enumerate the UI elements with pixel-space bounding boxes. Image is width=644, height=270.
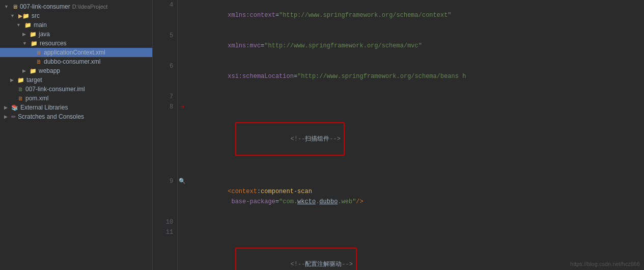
sidebar-item-pom[interactable]: 🗎 pom.xml xyxy=(0,94,152,103)
xml-icon: 🗎 xyxy=(36,59,42,65)
expand-icon xyxy=(10,77,15,83)
folder-icon: 📁 xyxy=(17,77,24,84)
code-content: <context:component-scan base-package="co… xyxy=(187,176,643,217)
code-content xyxy=(187,92,643,102)
sidebar-item-src[interactable]: ▶📁 src xyxy=(0,11,152,20)
target-label: target xyxy=(26,76,42,84)
iml-label: 007-link-consumer.iml xyxy=(25,86,85,93)
sidebar-item-dubbo-consumer[interactable]: 🗎 dubbo-consumer.xml xyxy=(0,57,152,66)
sidebar-item-external-libraries[interactable]: 📚 External Libraries xyxy=(0,103,152,112)
line-number: 10 xyxy=(153,217,178,227)
search-gutter-icon: 🔍 xyxy=(179,178,186,184)
sidebar-item-resources[interactable]: 📁 resources xyxy=(0,39,152,48)
main-label: main xyxy=(34,21,47,29)
gutter-search: 🔍 xyxy=(178,176,187,217)
folder-icon: 📁 xyxy=(24,22,32,29)
pom-label: pom.xml xyxy=(25,95,48,102)
sidebar-item-webapp[interactable]: 📁 webapp xyxy=(0,66,152,75)
table-row: 9 🔍 <context:component-scan base-package… xyxy=(153,176,644,217)
expand-icon xyxy=(10,13,16,18)
sidebar-item-target[interactable]: 📁 target xyxy=(0,75,152,85)
code-editor[interactable]: 4 xmlns:context="http://www.springframew… xyxy=(153,0,644,270)
line-number: 4 xyxy=(153,0,178,31)
file-tree[interactable]: 🖥 007-link-consumer D:\IdeaProject ▶📁 sr… xyxy=(0,0,153,270)
expand-icon xyxy=(4,4,10,9)
resources-label: resources xyxy=(40,40,67,47)
folder-icon: 🖥 xyxy=(12,4,18,10)
gutter xyxy=(178,92,187,102)
project-root-label: 007-link-consumer xyxy=(20,3,70,10)
sidebar-item-main[interactable]: 📁 main xyxy=(0,20,152,30)
line-number: 7 xyxy=(153,92,178,102)
comment-highlight-annotation: <!--配置注解驱动--> xyxy=(235,248,357,270)
arrow-icon: ➜ xyxy=(180,103,184,111)
watermark: https://blog.csdn.net/hcz666 xyxy=(570,261,640,267)
gutter xyxy=(178,31,187,61)
expand-icon xyxy=(22,41,29,46)
libraries-icon: 📚 xyxy=(11,104,18,111)
sidebar-item-java[interactable]: 📁 java xyxy=(0,30,152,39)
java-label: java xyxy=(39,31,50,38)
line-number: 6 xyxy=(153,61,178,92)
code-content xyxy=(187,217,643,227)
folder-icon: ▶📁 xyxy=(18,13,30,19)
sidebar-item-project-root[interactable]: 🖥 007-link-consumer D:\IdeaProject xyxy=(0,2,152,11)
expand-icon xyxy=(22,32,27,37)
expand-icon xyxy=(16,22,22,28)
code-content: xsi:schemaLocation="http://www.springfra… xyxy=(187,61,643,92)
applicationContext-label: applicationContext.xml xyxy=(44,49,105,56)
dubbo-consumer-label: dubbo-consumer.xml xyxy=(44,58,100,65)
folder-icon: 📁 xyxy=(31,40,38,47)
xml-icon: 🗎 xyxy=(36,49,42,56)
code-content: xmlns:mvc="http://www.springframework.or… xyxy=(187,31,643,61)
line-number: 5 xyxy=(153,31,178,61)
gutter-arrow: ➜ xyxy=(178,102,187,176)
iml-icon: 🗎 xyxy=(18,86,23,92)
table-row: 10 xyxy=(153,217,644,227)
gutter xyxy=(178,61,187,92)
expand-icon xyxy=(4,114,9,119)
folder-icon: 📁 xyxy=(30,68,37,74)
code-table: 4 xmlns:context="http://www.springframew… xyxy=(153,0,644,270)
pom-icon: 🗎 xyxy=(18,95,23,101)
table-row: 5 xmlns:mvc="http://www.springframework.… xyxy=(153,31,644,61)
gutter xyxy=(178,227,187,270)
table-row: 8 ➜ <!--扫描组件--> xyxy=(153,102,644,176)
folder-icon: 📁 xyxy=(30,31,37,38)
gutter xyxy=(178,217,187,227)
line-number: 8 xyxy=(153,102,178,176)
sidebar-item-applicationContext[interactable]: 🗎 applicationContext.xml xyxy=(0,48,152,57)
expand-icon xyxy=(4,105,9,110)
gutter xyxy=(178,0,187,31)
webapp-label: webapp xyxy=(39,67,60,74)
table-row: 6 xsi:schemaLocation="http://www.springf… xyxy=(153,61,644,92)
sidebar-item-iml[interactable]: 🗎 007-link-consumer.iml xyxy=(0,85,152,94)
line-number: 11 xyxy=(153,227,178,270)
src-label: src xyxy=(32,12,40,19)
scratches-icon: ✏ xyxy=(11,114,16,120)
table-row: 4 xmlns:context="http://www.springframew… xyxy=(153,0,644,31)
comment-highlight-scan: <!--扫描组件--> xyxy=(235,122,345,156)
expand-icon xyxy=(22,68,27,73)
table-row: 7 xyxy=(153,92,644,102)
libraries-label: External Libraries xyxy=(20,104,68,111)
line-number: 9 xyxy=(153,176,178,217)
sidebar-item-scratches[interactable]: ✏ Scratches and Consoles xyxy=(0,112,152,121)
scratches-label: Scratches and Consoles xyxy=(18,113,84,120)
code-content: <!--扫描组件--> xyxy=(187,102,643,176)
project-path: D:\IdeaProject xyxy=(72,4,108,10)
code-content: xmlns:context="http://www.springframewor… xyxy=(187,0,643,31)
